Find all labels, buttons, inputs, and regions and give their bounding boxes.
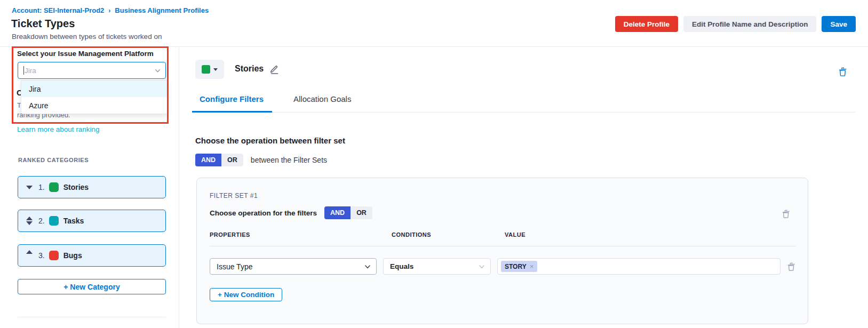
- header-actions: Delete Profile Edit Profile Name and Des…: [615, 16, 856, 32]
- caret-down-icon: [213, 68, 218, 71]
- or-toggle-option[interactable]: OR: [351, 206, 372, 219]
- tab-configure-filters[interactable]: Configure Filters: [200, 94, 264, 103]
- filters-operation-label: Choose operation for the filters: [210, 209, 317, 217]
- filter-header-divider: [210, 246, 796, 246]
- breadcrumb-account-link[interactable]: Account: SEI-Internal-Prod2: [12, 6, 104, 14]
- value-tag-story: STORY ×: [501, 261, 537, 272]
- filter-set-operation-heading: Choose the operation between filter set: [195, 136, 345, 145]
- new-category-button[interactable]: + New Category: [18, 279, 166, 294]
- category-name: Stories: [63, 183, 89, 191]
- properties-column-header: PROPERTIES: [210, 231, 377, 238]
- platform-option-jira[interactable]: Jira: [21, 81, 168, 97]
- platform-option-azure[interactable]: Azure: [21, 97, 168, 114]
- condition-select-value: Equals: [390, 262, 413, 270]
- tab-allocation-goals[interactable]: Allocation Goals: [293, 94, 351, 103]
- property-select-value: Issue Type: [217, 262, 252, 271]
- tab-bar: Configure Filters Allocation Goals: [200, 94, 351, 103]
- ticket-types-page: Account: SEI-Internal-Prod2 › Business A…: [0, 0, 868, 328]
- and-toggle-option[interactable]: AND: [195, 154, 221, 166]
- condition-row: Issue Type Equals STORY ×: [210, 258, 796, 275]
- breadcrumb-section-link[interactable]: Business Alignment Profiles: [115, 6, 209, 14]
- or-toggle-option[interactable]: OR: [221, 154, 243, 166]
- category-title: Stories: [235, 64, 264, 74]
- delete-filter-set-trash-icon[interactable]: [781, 209, 791, 219]
- filters-operation-row: Choose operation for the filters AND OR: [210, 206, 372, 219]
- breadcrumb-separator-icon: ›: [108, 7, 110, 14]
- ranked-categories-label: RANKED CATEGORIES: [18, 157, 89, 163]
- and-toggle-option[interactable]: AND: [324, 206, 351, 219]
- color-swatch: [202, 65, 210, 74]
- value-multiselect-input[interactable]: STORY ×: [497, 258, 781, 275]
- category-rank: 2.: [38, 217, 45, 225]
- sidebar-divider: [18, 317, 166, 317]
- filter-set-card: FILTER SET #1 Choose operation for the f…: [196, 178, 808, 324]
- breadcrumb: Account: SEI-Internal-Prod2 › Business A…: [12, 6, 209, 14]
- edit-profile-button[interactable]: Edit Profile Name and Description: [683, 16, 817, 32]
- category-color-dot: [49, 216, 59, 226]
- chevron-down-icon: [154, 67, 161, 74]
- save-button[interactable]: Save: [822, 16, 856, 32]
- sort-down-icon[interactable]: [26, 186, 33, 189]
- category-rank: 1.: [38, 183, 45, 191]
- delete-condition-trash-icon[interactable]: [786, 262, 796, 271]
- platform-select-input[interactable]: Jira: [18, 62, 166, 79]
- filter-columns-header: PROPERTIES CONDITIONS VALUE: [210, 231, 796, 238]
- main-panel: Stories Configure Filters Allocation Goa…: [179, 47, 868, 328]
- category-card-tasks[interactable]: 2. Tasks: [18, 210, 166, 232]
- filter-sets-and-or-toggle: AND OR: [195, 154, 243, 166]
- learn-more-ranking-link[interactable]: Learn more about ranking: [17, 125, 100, 133]
- active-tab-indicator: [192, 111, 272, 113]
- page-subtitle: Breakdown between types of tickets worke…: [12, 33, 162, 41]
- tabs-divider: [192, 112, 855, 113]
- category-card-bugs[interactable]: 3. Bugs: [18, 244, 166, 267]
- delete-profile-button[interactable]: Delete Profile: [615, 16, 678, 32]
- filter-set-title: FILTER SET #1: [210, 192, 258, 199]
- category-name: Bugs: [63, 251, 82, 260]
- page-header: Account: SEI-Internal-Prod2 › Business A…: [0, 0, 868, 47]
- category-color-dot: [49, 251, 59, 260]
- remove-tag-icon[interactable]: ×: [530, 262, 534, 270]
- chevron-down-icon: [364, 263, 371, 270]
- filter-set-operation-row: AND OR between the Filter Sets: [195, 154, 327, 166]
- category-rank: 3.: [38, 251, 45, 260]
- property-select[interactable]: Issue Type: [210, 258, 377, 275]
- chevron-down-icon: [478, 263, 485, 270]
- category-name: Tasks: [63, 217, 84, 225]
- category-color-dot: [49, 182, 59, 192]
- condition-select[interactable]: Equals: [383, 258, 491, 275]
- delete-category-trash-icon[interactable]: [838, 67, 848, 77]
- new-condition-button[interactable]: + New Condition: [210, 288, 282, 301]
- edit-pencil-icon[interactable]: [269, 64, 280, 74]
- sidebar: Select your Issue Management Platform Ji…: [0, 47, 179, 328]
- value-tag-label: STORY: [505, 263, 527, 270]
- sort-up-icon[interactable]: [26, 250, 33, 254]
- platform-input-placeholder: Jira: [25, 67, 36, 75]
- operation-caption: between the Filter Sets: [251, 156, 327, 164]
- value-column-header: VALUE: [497, 231, 796, 238]
- text-cursor: [23, 66, 24, 75]
- sort-up-down-icon[interactable]: [26, 217, 33, 225]
- conditions-column-header: CONDITIONS: [383, 231, 491, 238]
- platform-select-label: Select your Issue Management Platform: [17, 50, 154, 58]
- platform-dropdown-menu: Jira Azure: [21, 80, 168, 114]
- category-color-picker[interactable]: [195, 60, 224, 79]
- filters-and-or-toggle: AND OR: [324, 206, 372, 219]
- category-card-stories[interactable]: 1. Stories: [18, 176, 166, 198]
- page-title: Ticket Types: [11, 18, 75, 30]
